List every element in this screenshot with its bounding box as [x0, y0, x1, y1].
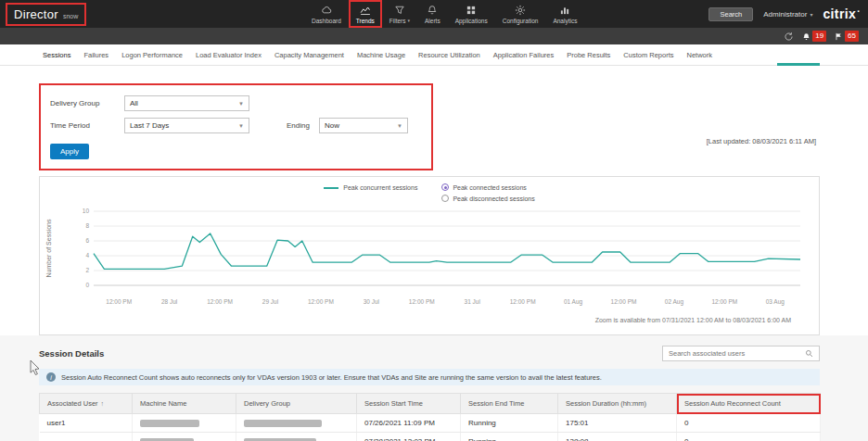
cell-session-start-time: 07/26/2021 11:09 PM	[357, 414, 461, 433]
cell-session-end-time: Running	[461, 414, 558, 433]
citrix-logo-dot: ·	[857, 6, 861, 17]
cell-session-start-time: 07/28/2021 12:03 PM	[357, 433, 461, 441]
nav-label: Applications	[455, 18, 488, 24]
delivery-group-select[interactable]: All ▼	[124, 95, 249, 111]
nav-configuration[interactable]: Configuration	[495, 0, 546, 28]
table-row[interactable]: 07/28/2021 12:03 PMRunning138:080	[40, 433, 821, 441]
tab-failures[interactable]: Failures	[83, 51, 108, 59]
table-row[interactable]: user107/26/2021 11:09 PMRunning175:010	[40, 414, 821, 433]
nav-analytics[interactable]: Analytics	[545, 0, 584, 28]
legend-radio-group: Peak connected sessionsPeak disconnected…	[441, 183, 534, 202]
col-header-session-auto-reconnect-count[interactable]: Session Auto Reconnect Count	[677, 394, 821, 414]
svg-text:03 Aug: 03 Aug	[766, 298, 785, 306]
nav-alerts[interactable]: Alerts	[417, 0, 448, 28]
user-menu-label: Administrator	[763, 10, 807, 19]
svg-text:30 Jul: 30 Jul	[364, 298, 380, 305]
tab-resource-utilization[interactable]: Resource Utilization	[418, 51, 480, 59]
topbar-nav: DashboardTrendsFilters▾AlertsApplication…	[304, 0, 584, 28]
bell-icon	[802, 32, 811, 41]
delivery-group-value: All	[130, 99, 138, 107]
trends-tabs: SessionsFailuresLogon PerformanceLoad Ev…	[0, 44, 868, 66]
nav-filters[interactable]: Filters▾	[382, 0, 417, 28]
legend-radio-peak-connected-sessions[interactable]: Peak connected sessions	[441, 183, 534, 191]
tab-network[interactable]: Network	[687, 51, 713, 59]
svg-text:4: 4	[85, 252, 89, 258]
cell-associated-user	[40, 433, 133, 441]
trends-icon	[360, 5, 371, 16]
col-header-label: Session Auto Reconnect Count	[684, 399, 781, 408]
associated-users-search[interactable]	[662, 346, 820, 361]
col-header-session-start-time[interactable]: Session Start Time	[357, 394, 461, 414]
nav-dashboard[interactable]: Dashboard	[304, 0, 349, 28]
svg-text:31 Jul: 31 Jul	[465, 298, 481, 305]
svg-text:12:00 PM: 12:00 PM	[510, 298, 536, 305]
tab-application-failures[interactable]: Application Failures	[493, 51, 554, 59]
cell-session-auto-reconnect-count: 0	[677, 414, 821, 433]
col-header-associated-user[interactable]: Associated User↑	[40, 394, 133, 414]
cell-delivery-group	[236, 414, 357, 433]
redacted-value	[244, 438, 316, 441]
info-banner: i Session Auto Reconnect Count shows aut…	[39, 369, 820, 385]
svg-text:02 Aug: 02 Aug	[665, 298, 684, 306]
citrix-logo: citrix ·	[823, 6, 861, 21]
filter-panel: Delivery Group All ▼ Time Period Last 7 …	[39, 83, 433, 170]
alerts-icon	[427, 5, 438, 16]
nav-label: Dashboard	[312, 18, 341, 24]
analytics-icon	[559, 5, 570, 16]
legend-item-peak-concurrent-sessions: Peak concurrent sessions	[324, 184, 417, 191]
user-menu[interactable]: Administrator ▾	[763, 10, 812, 19]
radio-selected-icon[interactable]	[441, 183, 449, 191]
nav-label: Trends	[356, 18, 375, 24]
legend-radio-peak-disconnected-sessions[interactable]: Peak disconnected sessions	[441, 195, 534, 202]
last-updated: [Last updated: 08/03/2021 6:11 AM]	[707, 137, 816, 145]
col-header-delivery-group[interactable]: Delivery Group	[236, 394, 357, 414]
configuration-icon	[515, 5, 526, 16]
sessions-table-body: user107/26/2021 11:09 PMRunning175:01007…	[40, 414, 821, 441]
search-icon[interactable]	[805, 349, 813, 358]
nav-applications[interactable]: Applications	[448, 0, 495, 28]
warning-alerts[interactable]: 65	[835, 31, 859, 42]
tab-custom-reports[interactable]: Custom Reports	[623, 51, 673, 59]
tab-capacity-management[interactable]: Capacity Management	[274, 51, 344, 59]
search-input[interactable]	[669, 349, 805, 358]
citrix-logo-text: citrix	[823, 6, 856, 21]
section-title: Session Details	[39, 348, 104, 359]
citrix-director-app: Director snow DashboardTrendsFilters▾Ale…	[0, 0, 868, 441]
col-header-label: Session Duration (hh:mm)	[566, 399, 646, 408]
time-period-select[interactable]: Last 7 Days ▼	[124, 118, 249, 133]
chevron-down-icon: ▾	[810, 11, 812, 18]
col-header-session-end-time[interactable]: Session End Time	[461, 394, 558, 414]
table-header-row: Associated User↑Machine NameDelivery Gro…	[40, 394, 821, 414]
radio-unselected-icon[interactable]	[441, 195, 449, 202]
apply-button[interactable]: Apply	[50, 144, 89, 159]
critical-alerts[interactable]: 19	[802, 31, 826, 42]
tab-load-evaluator-index[interactable]: Load Evaluator Index	[196, 51, 262, 59]
tab-logon-performance[interactable]: Logon Performance	[121, 51, 183, 59]
delivery-group-label: Delivery Group	[50, 99, 124, 107]
search-button[interactable]: Search	[708, 7, 753, 21]
col-header-machine-name[interactable]: Machine Name	[133, 394, 236, 414]
legend-label: Peak connected sessions	[453, 184, 526, 191]
secondary-bar: 19 65	[0, 28, 868, 44]
nav-trends[interactable]: Trends	[349, 0, 382, 28]
tab-probe-results[interactable]: Probe Results	[567, 51, 610, 59]
cell-machine-name	[133, 433, 236, 441]
warning-alerts-badge: 65	[845, 31, 859, 42]
cell-session-auto-reconnect-count: 0	[677, 433, 821, 441]
time-period-label: Time Period	[50, 121, 124, 130]
legend-label: Peak concurrent sessions	[343, 184, 417, 191]
cell-session-end-time: Running	[461, 433, 558, 441]
topbar: Director snow DashboardTrendsFilters▾Ale…	[0, 0, 868, 28]
sort-asc-icon[interactable]: ↑	[101, 400, 105, 407]
ending-select[interactable]: Now ▼	[319, 118, 408, 133]
ending-value: Now	[325, 121, 339, 130]
session-details-section: Session Details i Session Auto Reconnect…	[0, 335, 868, 441]
redacted-value	[140, 420, 199, 427]
tab-sessions[interactable]: Sessions	[43, 51, 70, 59]
svg-text:12:00 PM: 12:00 PM	[611, 298, 637, 305]
director-logo[interactable]: Director snow	[7, 5, 84, 24]
tab-machine-usage[interactable]: Machine Usage	[357, 51, 405, 59]
refresh-icon[interactable]	[784, 32, 794, 42]
mouse-cursor	[30, 359, 41, 376]
col-header-session-duration-hh-mm[interactable]: Session Duration (hh:mm)	[558, 394, 677, 414]
